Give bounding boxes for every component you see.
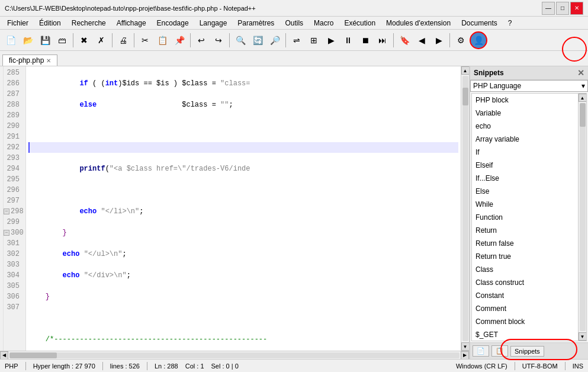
maximize-button[interactable]: □ [556, 2, 569, 15]
snippet-variable[interactable]: Variable [472, 107, 578, 120]
editor-vertical-scrollbar[interactable]: ▲ ▼ [461, 66, 469, 351]
snippet-return[interactable]: Return [472, 224, 578, 237]
toolbar: 📄 📂 💾 🗃 ✖ ✗ 🖨 ✂ 📋 📌 ↩ ↪ 🔍 🔄 🔎 ⇌ ⊞ ▶ ⏸ ⏹ … [0, 30, 588, 51]
tb-new[interactable]: 📄 [2, 32, 19, 49]
tb-print[interactable]: 🖨 [115, 32, 131, 49]
snippet-elseif[interactable]: Elseif [472, 159, 578, 172]
status-sep-2 [102, 362, 103, 370]
menu-langage[interactable]: Langage [195, 18, 232, 28]
snippets-bottom-bar: 📄 📋 Snippets [470, 342, 588, 359]
code-content[interactable]: if ( (int)$ids == $is ) $class = "class=… [26, 66, 461, 351]
code-area[interactable]: 285 286 287 288 289 290 291 292 293 294 … [0, 66, 469, 351]
snippet-else[interactable]: Else [472, 185, 578, 198]
line-numbers: 285 286 287 288 289 290 291 292 293 294 … [4, 66, 26, 351]
menu-documents[interactable]: Documents [457, 18, 502, 28]
tb-save-all[interactable]: 🗃 [54, 32, 70, 49]
minimize-button[interactable]: — [542, 2, 555, 15]
tb-bookmark[interactable]: 🔖 [396, 32, 413, 49]
menu-execution[interactable]: Exécution [339, 18, 380, 28]
snippet-if-else[interactable]: If...Else [472, 172, 578, 185]
tb-redo[interactable]: ↪ [210, 32, 227, 49]
menu-recherche[interactable]: Recherche [67, 18, 111, 28]
tb-wrap[interactable]: ⇌ [288, 32, 305, 49]
tb-cut[interactable]: ✂ [137, 32, 153, 49]
tb-sep-3 [134, 33, 134, 47]
tb-copy[interactable]: 📋 [154, 32, 171, 49]
snippets-list-container: PHP block Variable echo Array variable I… [471, 93, 587, 341]
snippet-get[interactable]: $_GET [472, 328, 578, 341]
snippets-close-button[interactable]: ✕ [577, 68, 584, 78]
status-sel: Sel : 0 | 0 [211, 363, 239, 370]
snippets-file-button[interactable]: 📄 [473, 345, 489, 357]
menu-affichage[interactable]: Affichage [112, 18, 151, 28]
status-ins: INS [573, 363, 583, 370]
tb-indent[interactable]: ⊞ [306, 32, 322, 49]
editor-horizontal-scrollbar[interactable]: ◀ ▶ [0, 351, 469, 359]
window-title: C:\Users\JLF-WEB\Desktop\notepad-tuto\np… [5, 5, 542, 12]
menu-bar: Fichier Édition Recherche Affichage Enco… [0, 17, 588, 30]
status-lang: PHP [5, 363, 18, 370]
menu-outils[interactable]: Outils [280, 18, 308, 28]
snippet-return-false[interactable]: Return false [472, 237, 578, 250]
tb-settings[interactable]: ⚙ [452, 32, 469, 49]
snippets-title: Snippets [474, 69, 504, 77]
tab-label: fic-php.php [9, 56, 44, 65]
tb-undo[interactable]: ↩ [193, 32, 210, 49]
snippets-list[interactable]: PHP block Variable echo Array variable I… [472, 94, 578, 341]
menu-help[interactable]: ? [503, 18, 517, 28]
menu-fichier[interactable]: Fichier [2, 18, 33, 28]
snippet-comment[interactable]: Comment [472, 302, 578, 315]
snippets-btn-label: Snippets [515, 348, 540, 355]
status-sep-4 [515, 362, 515, 370]
tb-macro2[interactable]: ⏸ [340, 32, 356, 49]
tab-close-icon[interactable]: ✕ [46, 57, 51, 64]
tb-sep-4 [190, 33, 191, 47]
tb-sep-6 [285, 33, 286, 47]
snippets-header: Snippets ✕ [470, 66, 588, 80]
menu-parametres[interactable]: Paramètres [233, 18, 279, 28]
status-bar: PHP Hyper length : 27 970 lines : 526 Ln… [0, 359, 588, 372]
tb-macro4[interactable]: ⏭ [374, 32, 391, 49]
snippets-list-button[interactable]: 📋 [491, 345, 508, 357]
menu-macro[interactable]: Macro [309, 18, 338, 28]
tb-save[interactable]: 💾 [37, 32, 53, 49]
tb-macro3[interactable]: ⏹ [357, 32, 374, 49]
tb-open[interactable]: 📂 [20, 32, 36, 49]
tb-zoom-in[interactable]: 🔎 [266, 32, 283, 49]
snippet-while[interactable]: While [472, 198, 578, 211]
tb-close-all[interactable]: ✗ [93, 32, 110, 49]
menu-edition[interactable]: Édition [34, 18, 66, 28]
snippet-class[interactable]: Class [472, 263, 578, 276]
status-encoding: Windows (CR LF) [456, 363, 507, 370]
tb-bookmark-next[interactable]: ▶ [430, 32, 447, 49]
snippet-class-construct[interactable]: Class construct [472, 276, 578, 289]
tb-sep-2 [112, 33, 113, 47]
snippet-return-true[interactable]: Return true [472, 250, 578, 263]
menu-modules[interactable]: Modules d'extension [381, 18, 455, 28]
snippet-function[interactable]: Function [472, 211, 578, 224]
snippet-comment-block[interactable]: Comment block [472, 315, 578, 328]
tb-replace[interactable]: 🔄 [249, 32, 266, 49]
snippet-constant[interactable]: Constant [472, 289, 578, 302]
snippets-vertical-scrollbar[interactable]: ▲ ▼ [578, 94, 586, 341]
tb-sep-1 [73, 33, 73, 47]
snippets-label-button[interactable]: Snippets [510, 346, 544, 357]
tb-macro1[interactable]: ▶ [323, 32, 339, 49]
language-label: PHP Language [473, 82, 521, 90]
tab-fic-php[interactable]: fic-php.php ✕ [2, 54, 57, 66]
tb-find[interactable]: 🔍 [232, 32, 249, 49]
status-sep-3 [147, 362, 147, 370]
close-button[interactable]: ✕ [570, 2, 583, 15]
snippet-array-variable[interactable]: Array variable [472, 133, 578, 146]
snippet-if[interactable]: If [472, 146, 578, 159]
tb-sep-8 [449, 33, 450, 47]
language-dropdown[interactable]: PHP Language ▾ [470, 80, 588, 92]
dropdown-arrow-icon: ▾ [581, 82, 585, 90]
menu-encodage[interactable]: Encodage [152, 18, 194, 28]
tb-paste[interactable]: 📌 [171, 32, 188, 49]
tb-close[interactable]: ✖ [76, 32, 92, 49]
snippet-echo[interactable]: echo [472, 120, 578, 133]
tb-bookmark-prev[interactable]: ◀ [413, 32, 430, 49]
snippet-php-block[interactable]: PHP block [472, 94, 578, 107]
tb-plugin-highlighted[interactable]: 👤 [470, 31, 487, 49]
